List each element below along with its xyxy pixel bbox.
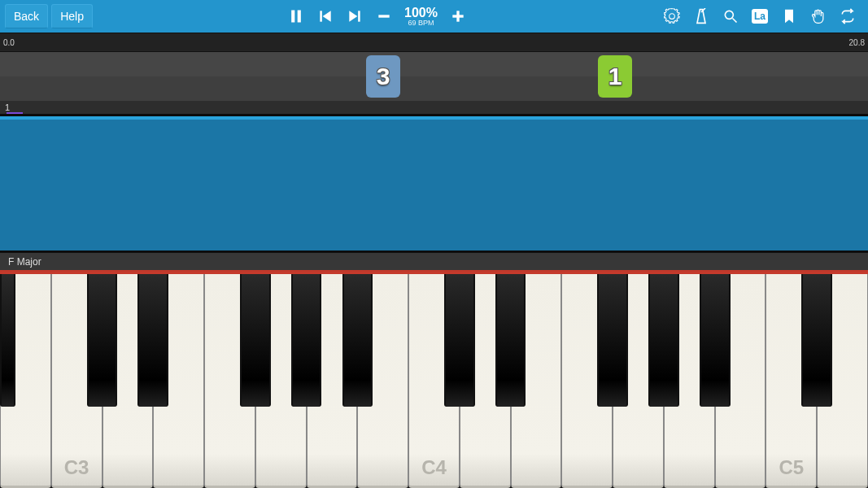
black-key[interactable] xyxy=(700,274,731,407)
svg-point-8 xyxy=(725,11,733,19)
back-button[interactable]: Back xyxy=(5,4,48,28)
piano: C3C4C5 xyxy=(0,272,868,488)
black-key[interactable] xyxy=(648,274,679,407)
hand-icon[interactable] xyxy=(806,4,831,28)
svg-rect-2 xyxy=(320,11,322,21)
key-label: C5 xyxy=(766,456,816,479)
pause-icon[interactable] xyxy=(284,4,308,28)
time-ruler[interactable]: 0.0 20.8 xyxy=(0,33,868,52)
track-label-bar: 1 xyxy=(0,101,868,114)
key-label: C4 xyxy=(409,456,459,479)
track-area[interactable]: 0.0 20.8 3 1 1 xyxy=(0,33,868,114)
black-key[interactable] xyxy=(597,274,628,407)
black-key[interactable] xyxy=(801,274,832,407)
bookmark-icon[interactable] xyxy=(777,4,801,28)
toolbar: Back Help 100% 69 BPM xyxy=(0,0,868,33)
svg-line-9 xyxy=(733,19,737,23)
tempo-plus-icon[interactable] xyxy=(446,4,470,28)
black-key[interactable] xyxy=(444,274,475,407)
key-guide-line xyxy=(0,272,868,274)
svg-rect-1 xyxy=(298,11,301,23)
help-button[interactable]: Help xyxy=(51,4,93,28)
prev-icon[interactable] xyxy=(313,4,338,28)
note-fall-panel[interactable] xyxy=(0,114,868,252)
time-start: 0.0 xyxy=(3,38,15,47)
track-number: 1 xyxy=(5,102,10,112)
note-names-icon[interactable]: La xyxy=(748,4,772,28)
settings-gear-icon[interactable] xyxy=(660,4,684,28)
zoom-icon[interactable] xyxy=(718,4,743,28)
black-key[interactable] xyxy=(137,274,168,407)
svg-rect-6 xyxy=(456,11,459,21)
finger-marker-right[interactable]: 1 xyxy=(598,55,632,98)
black-key[interactable] xyxy=(291,274,322,407)
key-label: C3 xyxy=(52,456,102,479)
loop-icon[interactable] xyxy=(835,4,860,28)
black-key[interactable] xyxy=(342,274,373,407)
track-row[interactable]: 3 1 xyxy=(0,52,868,101)
svg-rect-4 xyxy=(378,15,389,17)
next-icon[interactable] xyxy=(342,4,367,28)
svg-rect-0 xyxy=(291,11,294,23)
tempo-bpm: 69 BPM xyxy=(404,20,438,27)
black-key[interactable] xyxy=(0,274,15,407)
toolbar-right: La xyxy=(660,4,868,28)
tempo-minus-icon[interactable] xyxy=(372,4,396,28)
black-key[interactable] xyxy=(87,274,118,407)
metronome-icon[interactable] xyxy=(689,4,713,28)
black-key[interactable] xyxy=(495,274,526,407)
scale-name: F Major xyxy=(8,256,41,268)
finger-marker-left[interactable]: 3 xyxy=(366,55,400,98)
black-key[interactable] xyxy=(240,274,271,407)
scale-bar[interactable]: F Major xyxy=(0,252,868,272)
svg-rect-3 xyxy=(358,11,360,21)
time-end: 20.8 xyxy=(849,38,865,47)
piano-keys: C3C4C5 xyxy=(0,274,868,488)
tempo-percent: 100% xyxy=(404,7,438,20)
tempo-display[interactable]: 100% 69 BPM xyxy=(401,7,441,27)
transport-controls: 100% 69 BPM xyxy=(284,4,470,28)
